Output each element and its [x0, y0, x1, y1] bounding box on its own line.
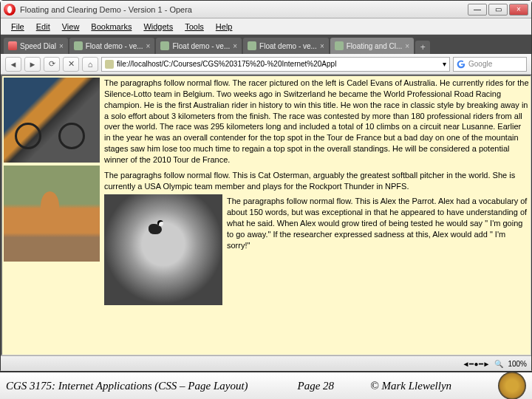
- toolbar: ◄ ► ⟳ ✕ ⌂ file://localhost/C:/Courses/CG…: [1, 54, 531, 75]
- tab-speed-dial[interactable]: Speed Dial×: [4, 38, 68, 54]
- slide-footer: CGS 3175: Internet Applications (CSS – P…: [0, 371, 532, 399]
- menu-file[interactable]: File: [5, 21, 30, 33]
- zoom-controls[interactable]: ◄━●━► 🔍 100%: [463, 360, 527, 368]
- parrot-image: [104, 194, 222, 305]
- ucf-logo: [498, 372, 526, 399]
- close-icon[interactable]: ×: [59, 42, 64, 50]
- close-button[interactable]: ×: [509, 4, 528, 16]
- search-placeholder: Google: [468, 60, 492, 68]
- tab-float-2[interactable]: Float demo - ve...×: [156, 38, 242, 54]
- home-button[interactable]: ⌂: [82, 57, 98, 72]
- author: © Mark Llewellyn: [370, 380, 498, 392]
- close-icon[interactable]: ×: [233, 42, 237, 50]
- zoom-icon[interactable]: 🔍: [494, 360, 503, 368]
- page-icon: [335, 41, 344, 50]
- dropdown-icon[interactable]: ▾: [443, 60, 446, 68]
- menu-widgets[interactable]: Widgets: [137, 21, 179, 33]
- forward-button[interactable]: ►: [24, 57, 41, 72]
- minimize-button[interactable]: —: [468, 4, 487, 16]
- opera-icon[interactable]: [4, 4, 16, 16]
- softball-image: [4, 166, 100, 262]
- close-icon[interactable]: ×: [405, 42, 409, 50]
- stop-button[interactable]: ✕: [63, 57, 79, 72]
- course-title: CGS 3175: Internet Applications (CSS – P…: [6, 380, 261, 392]
- tab-bar: Speed Dial× Float demo - ve...× Float de…: [1, 35, 531, 54]
- tab-label: Floating and Cl...: [347, 42, 403, 50]
- tab-floating-clearing[interactable]: Floating and Cl...×: [330, 38, 414, 54]
- slider-icon[interactable]: ◄━●━►: [463, 360, 491, 368]
- tab-label: Float demo - ve...: [86, 42, 143, 50]
- back-button[interactable]: ◄: [5, 57, 21, 72]
- page-icon: [248, 41, 256, 50]
- titlebar: Floating and Clearing Demo - Version 1 -…: [1, 1, 531, 18]
- search-box[interactable]: Google: [453, 57, 527, 72]
- new-tab-button[interactable]: +: [415, 41, 430, 54]
- menu-view[interactable]: View: [56, 21, 86, 33]
- page-content: The paragraphs follow normal flow. The r…: [1, 75, 531, 355]
- address-bar[interactable]: file://localhost/C:/Courses/CGS%203175%2…: [101, 57, 450, 72]
- maximize-button[interactable]: ▭: [488, 4, 508, 16]
- close-icon[interactable]: ×: [146, 42, 151, 50]
- menu-edit[interactable]: Edit: [30, 21, 56, 33]
- status-bar: ◄━●━► 🔍 100%: [1, 355, 531, 372]
- tab-label: Float demo - ve...: [259, 42, 317, 50]
- browser-window: Floating and Clearing Demo - Version 1 -…: [0, 0, 532, 371]
- site-icon: [105, 60, 114, 69]
- page-icon: [160, 41, 169, 50]
- menu-bookmarks[interactable]: Bookmarks: [85, 21, 137, 33]
- tab-label: Speed Dial: [20, 42, 56, 50]
- page-number: Page 28: [261, 380, 370, 392]
- tab-label: Float demo - ve...: [172, 42, 230, 50]
- tab-float-3[interactable]: Float demo - ve...×: [243, 38, 329, 54]
- window-buttons: — ▭ ×: [468, 4, 528, 16]
- cyclist-image: [4, 78, 100, 163]
- menu-tools[interactable]: Tools: [179, 21, 210, 33]
- reload-button[interactable]: ⟳: [44, 57, 60, 72]
- url-text: file://localhost/C:/Courses/CGS%203175%2…: [117, 60, 440, 68]
- page-icon: [74, 41, 83, 50]
- menubar: File Edit View Bookmarks Widgets Tools H…: [1, 18, 531, 35]
- google-icon: [457, 60, 466, 69]
- menu-help[interactable]: Help: [210, 21, 239, 33]
- window-title: Floating and Clearing Demo - Version 1 -…: [20, 5, 468, 14]
- speed-dial-icon: [8, 41, 17, 50]
- zoom-value: 100%: [508, 360, 527, 368]
- close-icon[interactable]: ×: [320, 42, 324, 50]
- tab-float-1[interactable]: Float demo - ve...×: [69, 38, 155, 54]
